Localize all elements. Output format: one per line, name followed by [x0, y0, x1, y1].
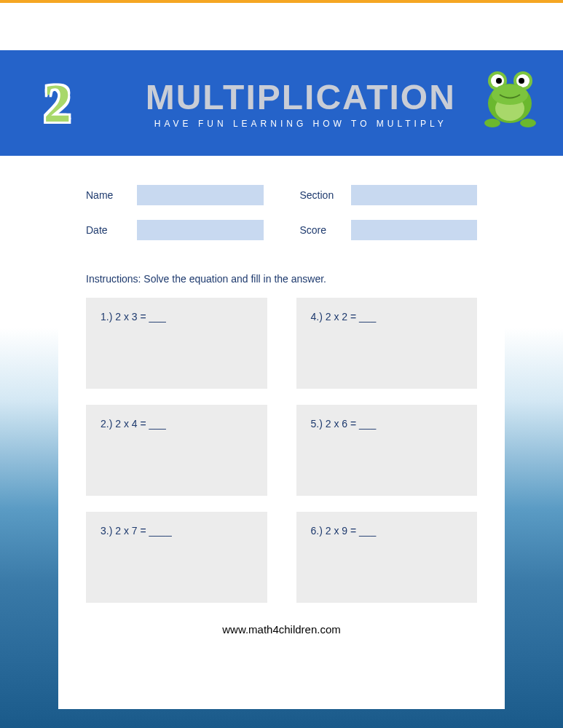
score-input[interactable]	[351, 220, 478, 240]
name-field: Name	[86, 185, 264, 205]
info-row-2: Date Score	[86, 220, 477, 240]
worksheet-subtitle: HAVE FUN LEARNING HOW TO MULTIPLY	[68, 119, 535, 129]
problem-5[interactable]: 5.) 2 x 6 = ___	[296, 405, 478, 496]
date-input[interactable]	[137, 220, 264, 240]
title-banner: 2 MULTIPLICATION HAVE FUN LEARNING HOW T…	[0, 50, 563, 156]
problem-1[interactable]: 1.) 2 x 3 = ___	[86, 298, 267, 389]
problems-grid: 1.) 2 x 3 = ___ 4.) 2 x 2 = ___ 2.) 2 x …	[86, 298, 477, 603]
date-label: Date	[86, 224, 126, 236]
score-field: Score	[300, 220, 478, 240]
svg-point-10	[520, 119, 536, 127]
svg-point-4	[496, 78, 502, 84]
problem-4[interactable]: 4.) 2 x 2 = ___	[296, 298, 478, 389]
svg-point-9	[484, 119, 500, 127]
date-field: Date	[86, 220, 264, 240]
worksheet-body: Name Section Date Score Instructions: So…	[58, 156, 505, 709]
worksheet-title: MULTIPLICATION	[68, 77, 535, 117]
section-label: Section	[300, 189, 340, 201]
white-header-spacer	[58, 3, 505, 50]
problem-6[interactable]: 6.) 2 x 9 = ___	[296, 512, 478, 603]
section-field: Section	[300, 185, 478, 205]
info-row-1: Name Section	[86, 185, 477, 205]
frog-icon	[479, 71, 541, 135]
name-label: Name	[86, 189, 126, 201]
section-input[interactable]	[351, 185, 478, 205]
instructions-text: Instructions: Solve the equation and fil…	[86, 273, 477, 285]
footer-url: www.math4children.com	[86, 623, 477, 636]
svg-point-5	[519, 78, 524, 84]
name-input[interactable]	[137, 185, 264, 205]
problem-2[interactable]: 2.) 2 x 4 = ___	[86, 405, 267, 496]
score-label: Score	[300, 224, 340, 236]
banner-text-block: MULTIPLICATION HAVE FUN LEARNING HOW TO …	[68, 77, 535, 129]
problem-3[interactable]: 3.) 2 x 7 = ____	[86, 512, 267, 603]
svg-point-8	[492, 84, 528, 105]
